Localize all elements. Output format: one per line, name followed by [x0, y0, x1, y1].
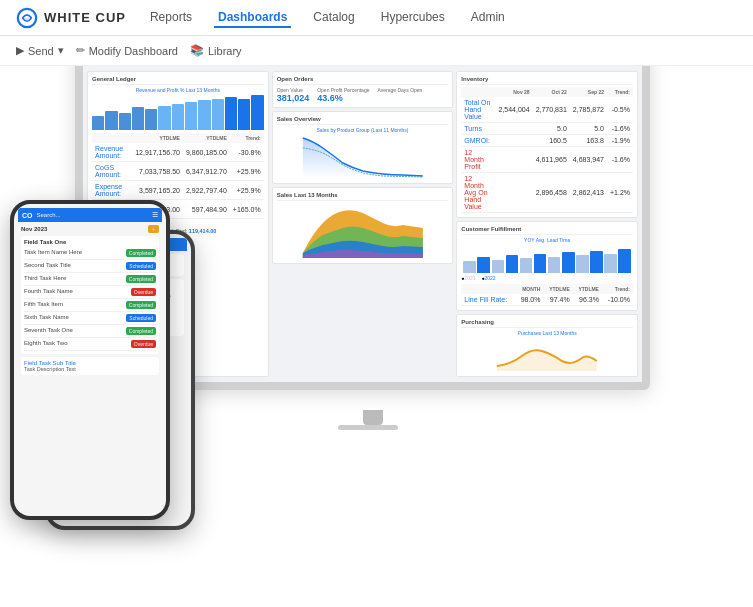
gl-row-expense-trend: +25.9% — [230, 181, 264, 200]
sales-overview-title: Sales Overview — [277, 116, 449, 125]
inv-row3-v2: 160.5 — [533, 135, 570, 147]
open-value: 381,024 — [277, 93, 310, 103]
gl-row-revenue-label: Revenue Amount: — [92, 143, 132, 162]
gl-row-revenue-v2: 9,860,185.00 — [183, 143, 230, 162]
monitor-stand — [338, 410, 408, 430]
modify-label: Modify Dashboard — [89, 45, 178, 57]
gl-row-cogs-trend: +25.9% — [230, 162, 264, 181]
phone-task-4[interactable]: Fifth Task Item Completed — [24, 299, 156, 312]
phone-task-7[interactable]: Eighth Task Two Overdue — [24, 338, 156, 351]
gl-bar-chart — [92, 95, 264, 130]
phone-main-logo: CO — [22, 212, 33, 219]
task-badge-6: Completed — [126, 327, 156, 335]
nav-admin[interactable]: Admin — [467, 8, 509, 28]
cf-bar-chart — [461, 243, 633, 273]
inv-row4-v3: 4,683,947 — [570, 147, 607, 173]
cf-legend-2022: 2022 — [485, 275, 496, 281]
phone-task-5[interactable]: Sixth Task Name Scheduled — [24, 312, 156, 325]
phone-tasks-title: Field Task One — [24, 239, 156, 245]
task-badge-4: Completed — [126, 301, 156, 309]
inv-row1-v2: 2,770,831 — [533, 97, 570, 123]
send-icon: ▶ — [16, 44, 24, 57]
gl-row-profit-v2: 597,484.90 — [183, 200, 230, 219]
gl-cash-diff-value: 119,414.00 — [189, 228, 217, 234]
nav-bar: WHITE CUP Reports Dashboards Catalog Hyp… — [0, 0, 753, 36]
modify-dashboard-btn[interactable]: ✏ Modify Dashboard — [76, 44, 178, 57]
inv-row4-label: 12 Month Profit — [461, 147, 495, 173]
task-badge-1: Scheduled — [126, 262, 156, 270]
inv-row1-v1: 2,544,004 — [495, 97, 532, 123]
logo-svg-icon — [16, 7, 38, 29]
phone-main-content: Nov 2023 + Field Task One Task Item Name… — [18, 222, 162, 381]
phone-main-screen: CO Search... ☰ Nov 2023 + Field Task One… — [14, 204, 166, 516]
phone-main: CO Search... ☰ Nov 2023 + Field Task One… — [10, 200, 170, 520]
nav-reports[interactable]: Reports — [146, 8, 196, 28]
inv-row2-trend: -1.6% — [607, 123, 633, 135]
phone-task-3[interactable]: Fourth Task Name Overdue — [24, 286, 156, 299]
task-badge-0: Completed — [126, 249, 156, 257]
inv-row3-label: GMROI: — [461, 135, 495, 147]
cf-row1-v2: 97.4% — [543, 294, 572, 306]
inv-row2-v2: 5.0 — [533, 123, 570, 135]
phone-task-0[interactable]: Task Item Name Here Completed — [24, 247, 156, 260]
open-orders-widget: Open Orders Open Value 381,024 Open Prof… — [272, 71, 454, 108]
purchasing-title: Purchasing — [461, 319, 633, 328]
sales-last-13-widget: Sales Last 13 Months — [272, 187, 454, 264]
phone-task-2[interactable]: Third Task Here Completed — [24, 273, 156, 286]
gl-row-cogs-v1: 7,033,758.50 — [132, 162, 183, 181]
purchasing-widget: Purchasing Purchases Last 13 Months — [456, 314, 638, 377]
gl-row-cogs-label: CoGS Amount: — [92, 162, 132, 181]
inv-row5-v2: 2,896,458 — [533, 173, 570, 213]
cf-table: MONTH YTDLME YTDLME Trend: Line Fill Rat… — [461, 284, 633, 306]
send-btn[interactable]: ▶ Send ▾ — [16, 44, 64, 57]
cf-legend-2021: 2021 — [464, 275, 475, 281]
nav-items: Reports Dashboards Catalog Hypercubes Ad… — [146, 8, 509, 28]
avg-days-label: Average Days Open — [377, 87, 422, 93]
gl-row-profit-trend: +165.0% — [230, 200, 264, 219]
open-profit-value: 43.6% — [317, 93, 369, 103]
inv-row1-label: Total On Hand Value — [461, 97, 495, 123]
cf-row1-v3: 96.3% — [573, 294, 602, 306]
gl-row-cogs-v2: 6,347,912.70 — [183, 162, 230, 181]
inv-row1-trend: -0.5% — [607, 97, 633, 123]
phone-main-nav: CO Search... ☰ — [18, 208, 162, 222]
inv-row5-trend: +1.2% — [607, 173, 633, 213]
task-badge-3: Overdue — [131, 288, 156, 296]
inv-row3-trend: -1.9% — [607, 135, 633, 147]
logo: WHITE CUP — [16, 7, 126, 29]
sales-overview-chart — [277, 133, 449, 178]
phone-main-search: Search... — [37, 212, 149, 218]
inv-row5-label: 12 Month Avg On Hand Value — [461, 173, 495, 213]
toolbar: ▶ Send ▾ ✏ Modify Dashboard 📚 Library — [0, 36, 753, 66]
nav-hypercubes[interactable]: Hypercubes — [377, 8, 449, 28]
inv-row4-v2: 4,611,965 — [533, 147, 570, 173]
logo-text: WHITE CUP — [44, 10, 126, 25]
gl-widget-title: General Ledger — [92, 76, 264, 85]
task-badge-5: Scheduled — [126, 314, 156, 322]
gl-chart-title: Revenue and Profit % Last 13 Months — [92, 87, 264, 93]
phone-task-1[interactable]: Second Task Title Scheduled — [24, 260, 156, 273]
nav-dashboards[interactable]: Dashboards — [214, 8, 291, 28]
phone-task-list: Field Task One Task Item Name Here Compl… — [21, 236, 159, 354]
library-label: Library — [208, 45, 242, 57]
phone-main-date: Nov 2023 — [21, 226, 47, 232]
customer-fulfillment-widget: Customer Fulfillment YOY Avg. Lead Time — [456, 221, 638, 311]
phone-main-header-row: Nov 2023 + — [21, 225, 159, 233]
inv-row3-v3: 163.8 — [570, 135, 607, 147]
cf-row1-trend: -10.0% — [602, 294, 633, 306]
sales-last-13-chart — [277, 203, 449, 258]
open-orders-title: Open Orders — [277, 76, 449, 85]
inv-row4-trend: -1.6% — [607, 147, 633, 173]
phone-add-btn[interactable]: + — [148, 225, 159, 233]
inv-row5-v3: 2,862,413 — [570, 173, 607, 213]
phone-main-menu-icon[interactable]: ☰ — [152, 211, 158, 219]
gl-row-revenue-v1: 12,917,156.70 — [132, 143, 183, 162]
gl-row-expense-v2: 2,922,797.40 — [183, 181, 230, 200]
phone-task-extra-desc: Task Description Text — [24, 366, 156, 372]
cf-legend: ●2021 ●2022 — [461, 275, 633, 281]
inv-row2-v3: 5.0 — [570, 123, 607, 135]
inventory-widget: Inventory Nov 28 Oct 22 Sep 22 Trend: To… — [456, 71, 638, 218]
library-btn[interactable]: 📚 Library — [190, 44, 242, 57]
phone-task-6[interactable]: Seventh Task One Completed — [24, 325, 156, 338]
nav-catalog[interactable]: Catalog — [309, 8, 358, 28]
